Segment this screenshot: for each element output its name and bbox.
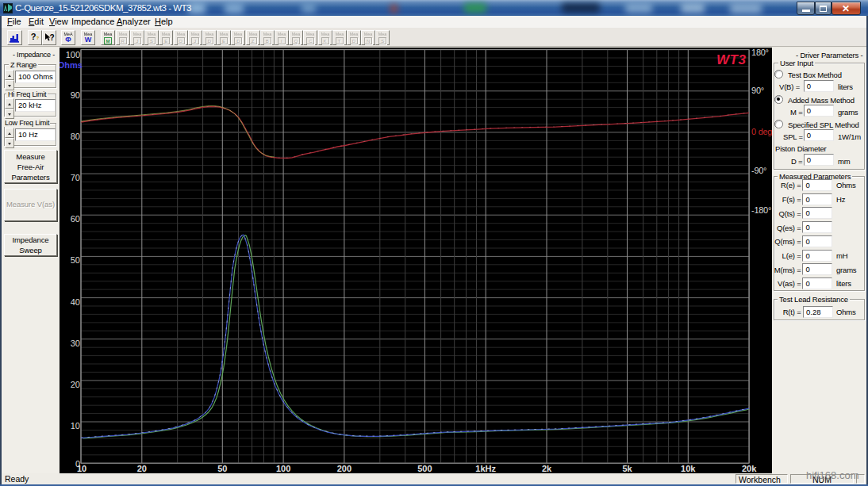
svg-text:10k: 10k [681, 464, 696, 473]
svg-text:40: 40 [71, 297, 80, 307]
svg-text:50: 50 [71, 255, 80, 265]
svg-text:180°: 180° [751, 48, 769, 57]
svg-text:60: 60 [71, 214, 80, 224]
svg-text:10: 10 [71, 421, 80, 431]
svg-text:0 deg: 0 deg [751, 127, 772, 136]
svg-text:Ohms: Ohms [60, 60, 83, 70]
svg-text:90: 90 [71, 90, 80, 100]
svg-text:100: 100 [66, 50, 80, 59]
svg-text:?: ? [50, 33, 55, 42]
svg-text:WT3: WT3 [716, 52, 746, 67]
svg-text:20k: 20k [742, 464, 757, 473]
svg-text:90°: 90° [751, 86, 764, 95]
svg-text:5k: 5k [622, 464, 632, 473]
svg-text:50: 50 [217, 464, 227, 473]
svg-text:500: 500 [417, 464, 432, 473]
svg-text:-90°: -90° [751, 166, 766, 175]
svg-text:70: 70 [71, 173, 80, 182]
svg-text:100: 100 [276, 464, 290, 473]
svg-text:10: 10 [77, 464, 86, 473]
svg-text:30: 30 [71, 339, 80, 348]
svg-text:20: 20 [71, 380, 80, 389]
svg-text:20: 20 [137, 464, 147, 473]
svg-text:200: 200 [337, 464, 351, 473]
svg-text:80: 80 [71, 132, 80, 141]
svg-text:1kHz: 1kHz [475, 464, 496, 473]
svg-text:2k: 2k [542, 464, 552, 473]
